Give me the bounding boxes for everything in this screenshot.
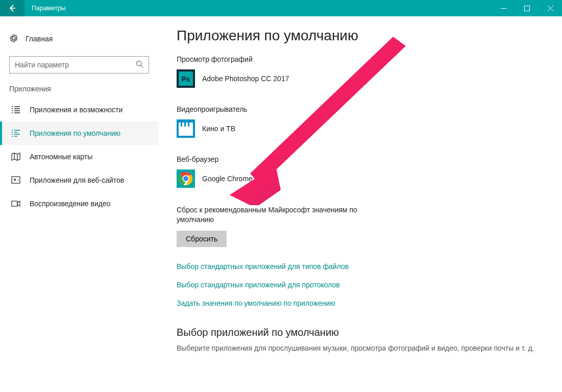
sidebar-item-video-playback[interactable]: Воспроизведение видео [0, 192, 158, 215]
gear-icon [9, 34, 18, 44]
arrow-left-icon [8, 4, 16, 12]
home-button[interactable]: Главная [0, 29, 158, 49]
chrome-icon [177, 169, 195, 188]
reset-description: Сброс к рекомендованным Майкрософт значе… [177, 205, 391, 225]
movies-tv-icon [177, 119, 195, 138]
section-label-video: Видеопроигрыватель [177, 105, 542, 113]
photo-viewer-app[interactable]: Ps Adobe Photoshop CC 2017 [177, 69, 542, 88]
svg-text:Ps: Ps [181, 75, 190, 83]
app-name: Google Chrome [202, 175, 253, 183]
web-browser-app[interactable]: Google Chrome [177, 169, 542, 188]
close-button[interactable] [539, 0, 562, 16]
website-icon [11, 176, 20, 185]
minimize-icon [501, 6, 506, 11]
svg-point-1 [136, 61, 141, 65]
search-input-container[interactable] [9, 56, 149, 74]
maximize-button[interactable] [515, 0, 539, 16]
page-title: Приложения по умолчанию [177, 28, 542, 44]
list-icon [11, 105, 20, 114]
window-title: Параметры [25, 5, 492, 12]
back-button[interactable] [0, 0, 25, 16]
svg-rect-10 [181, 122, 182, 127]
sidebar-item-label: Приложения и возможности [30, 106, 123, 114]
svg-point-16 [183, 176, 188, 181]
maximize-icon [524, 6, 530, 11]
default-apps-icon [11, 129, 20, 138]
app-name: Кино и ТВ [202, 125, 235, 133]
sidebar-item-label: Приложения для веб-сайтов [30, 176, 124, 184]
search-icon [136, 60, 143, 69]
sidebar-item-label: Воспроизведение видео [30, 200, 110, 208]
app-name: Adobe Photoshop CC 2017 [202, 75, 289, 83]
choose-apps-description: Выберите приложения для прослушивания му… [177, 344, 542, 354]
svg-rect-11 [184, 122, 186, 127]
link-protocols[interactable]: Выбор стандартных приложений для протоко… [177, 281, 542, 289]
sidebar-item-apps-features[interactable]: Приложения и возможности [0, 98, 158, 121]
sidebar-item-apps-websites[interactable]: Приложения для веб-сайтов [0, 168, 158, 192]
sidebar: Главная Приложения Приложения и возможно… [0, 16, 158, 392]
sidebar-item-label: Приложения по умолчанию [30, 129, 120, 137]
section-label-photos: Просмотр фотографий [177, 55, 542, 63]
titlebar: Параметры [0, 0, 562, 16]
minimize-button[interactable] [492, 0, 515, 16]
nav-group-label: Приложения [0, 85, 158, 98]
home-label: Главная [26, 35, 53, 43]
link-by-app[interactable]: Задать значения по умолчанию по приложен… [177, 299, 542, 307]
svg-rect-12 [188, 122, 189, 127]
close-icon [548, 6, 553, 11]
video-player-app[interactable]: Кино и ТВ [177, 119, 542, 138]
svg-rect-8 [179, 127, 193, 136]
section-label-browser: Веб-браузер [177, 155, 542, 163]
video-icon [11, 199, 20, 208]
reset-button[interactable]: Сбросить [177, 231, 227, 247]
search-input[interactable] [15, 61, 136, 69]
sidebar-item-label: Автономные карты [30, 153, 92, 161]
map-icon [11, 152, 20, 161]
link-file-types[interactable]: Выбор стандартных приложений для типов ф… [177, 262, 542, 271]
choose-apps-title: Выбор приложений по умолчанию [177, 327, 542, 338]
main-content: Приложения по умолчанию Просмотр фотогра… [158, 16, 562, 392]
svg-rect-0 [524, 6, 529, 11]
sidebar-item-offline-maps[interactable]: Автономные карты [0, 145, 158, 168]
svg-rect-3 [12, 201, 17, 206]
sidebar-item-default-apps[interactable]: Приложения по умолчанию [0, 121, 158, 145]
photoshop-icon: Ps [177, 69, 195, 88]
